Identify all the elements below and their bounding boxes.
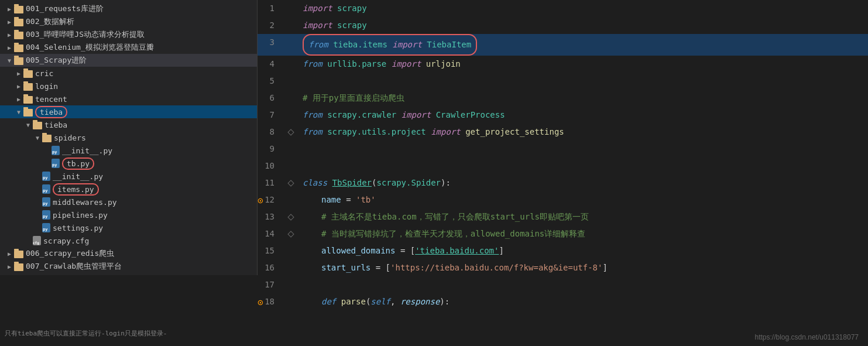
gutter-cell	[284, 56, 298, 73]
arrow-icon	[5, 32, 14, 38]
tree-item-label: cric	[35, 69, 53, 78]
code-content: def parse(self, response):	[298, 293, 868, 310]
tree-item-label: 007_Crawlab爬虫管理平台	[26, 261, 122, 272]
tree-item-scrapycfg[interactable]: scrapy.cfg	[0, 234, 257, 247]
gutter-cell	[284, 34, 298, 56]
code-editor: 1import scrapy2import scrapy3from tieba.…	[258, 0, 868, 346]
tree-item-004[interactable]: 004_Selenium_模拟浏览器登陆豆瓣	[0, 41, 257, 54]
code-content: from scrapy.utils.project import get_pro…	[298, 124, 868, 141]
sidebar-note: 只有tieba爬虫可以直接正常运行-login只是模拟登录-	[0, 327, 171, 340]
tree-item-label: __init__.py	[53, 172, 103, 181]
gutter-cell	[284, 17, 298, 34]
folder-icon	[23, 109, 33, 117]
tree-item-label: pipelines.py	[53, 211, 108, 220]
line-number: 10	[258, 157, 284, 174]
tree-item-settingspy[interactable]: settings.py	[0, 221, 257, 234]
tree-item-label: tieba	[44, 121, 67, 129]
arrow-icon	[23, 122, 33, 128]
line-number-text: 12	[265, 195, 275, 204]
line-number-text: 18	[265, 297, 275, 306]
code-line-8: 8from scrapy.utils.project import get_pr…	[258, 124, 868, 141]
tree-item-label: tieba	[35, 108, 67, 117]
tree-item-label: tencent	[35, 95, 67, 104]
tree-item-001[interactable]: 001_requests库进阶	[0, 2, 257, 15]
diamond-icon	[287, 180, 294, 186]
tree-item-005[interactable]: 005_Scrapy进阶	[0, 54, 257, 67]
code-line-11: 11class TbSpider(scrapy.Spider):	[258, 174, 868, 191]
tree-item-label: middlewares.py	[53, 198, 117, 207]
file-tree[interactable]: 001_requests库进阶002_数据解析003_哔哩哔哩JS动态请求分析提…	[0, 0, 258, 275]
gutter-cell	[284, 73, 298, 90]
tree-item-__init__py1[interactable]: __init__.py	[0, 144, 257, 157]
arrow-icon	[5, 44, 14, 51]
tree-item-tbpy[interactable]: tb.py	[0, 157, 257, 170]
tree-item-label: tb.py	[62, 159, 94, 168]
code-line-12: ⊙12name = 'tb'	[258, 191, 868, 208]
gutter-cell	[284, 124, 298, 141]
tree-item-label: login	[35, 82, 58, 91]
tree-item-middlewarespy[interactable]: middlewares.py	[0, 196, 257, 208]
tree-item-__init__py2[interactable]: __init__.py	[0, 170, 257, 183]
code-line-1: 1import scrapy	[258, 0, 868, 17]
code-content: start_urls = ['https://tieba.baidu.com/f…	[298, 259, 868, 276]
code-area: 1import scrapy2import scrapy3from tieba.…	[258, 0, 868, 346]
folder-icon	[14, 44, 23, 52]
tree-item-label: items.py	[53, 185, 99, 194]
bookmark-arrow-icon: ⊙	[258, 191, 263, 208]
code-line-6: 6 # 用于py里面直接启动爬虫	[258, 90, 868, 107]
tree-item-tencent[interactable]: tencent	[0, 93, 257, 105]
folder-icon	[14, 32, 23, 39]
tree-item-002[interactable]: 002_数据解析	[0, 15, 257, 28]
diamond-icon	[287, 214, 294, 220]
line-number: 13	[258, 208, 284, 225]
code-line-2: 2import scrapy	[258, 17, 868, 34]
tree-item-label: 001_requests库进阶	[26, 4, 104, 14]
line-number-text: 2	[270, 20, 275, 30]
gutter-cell	[284, 157, 298, 174]
gutter-cell	[284, 191, 298, 208]
tree-item-pipelinespy[interactable]: pipelines.py	[0, 208, 257, 221]
tree-item-label: 006_scrapy_redis爬虫	[26, 248, 114, 259]
line-number-text: 16	[265, 263, 275, 272]
code-content: allowed_domains = ['tieba.baidu.com']	[298, 242, 868, 259]
line-number-text: 9	[270, 144, 275, 153]
line-number: ⊙18	[258, 293, 284, 310]
line-number-text: 1	[270, 4, 275, 13]
line-number-text: 10	[265, 161, 275, 170]
tree-item-label: 005_Scrapy进阶	[26, 55, 87, 66]
code-content: # 主域名不是tieba.com，写错了，只会爬取start_urls即贴吧第一…	[298, 208, 868, 225]
line-number-text: 15	[265, 246, 275, 255]
tree-item-tieba[interactable]: tieba	[0, 105, 257, 118]
code-content: from urllib.parse import urljoin	[298, 56, 868, 73]
code-content	[298, 141, 868, 157]
folder-icon	[23, 96, 33, 104]
gutter-cell	[284, 90, 298, 107]
tree-item-006[interactable]: 006_scrapy_redis爬虫	[0, 247, 257, 260]
code-line-14: 14# 当时就写错掉坑了，检查半天才发现，allowed_domains详细解释…	[258, 225, 868, 242]
tree-item-tieba2[interactable]: tieba	[0, 118, 257, 131]
code-line-10: 10	[258, 157, 868, 174]
line-number: 5	[258, 73, 284, 90]
line-number: 11	[258, 174, 284, 191]
gutter-cell	[284, 0, 298, 17]
line-number: 14	[258, 225, 284, 242]
line-number-text: 17	[265, 280, 275, 289]
python-file-icon	[42, 223, 50, 232]
python-file-icon	[42, 172, 50, 181]
tree-item-007[interactable]: 007_Crawlab爬虫管理平台	[0, 260, 257, 273]
tree-item-label: spiders	[54, 133, 86, 142]
tree-item-cric[interactable]: cric	[0, 67, 257, 80]
code-line-7: 7from scrapy.crawler import CrawlerProce…	[258, 107, 868, 124]
tree-item-spiders[interactable]: spiders	[0, 131, 257, 144]
code-content: # 当时就写错掉坑了，检查半天才发现，allowed_domains详细解释查	[298, 225, 868, 242]
line-number: 6	[258, 90, 284, 107]
line-number-text: 7	[270, 110, 275, 119]
folder-icon	[14, 263, 23, 271]
tree-item-login[interactable]: login	[0, 80, 257, 93]
python-file-icon	[42, 210, 50, 220]
diamond-icon	[287, 129, 294, 135]
tree-item-itemspy[interactable]: items.py	[0, 183, 257, 196]
line-number: ⊙12	[258, 191, 284, 208]
tree-item-003[interactable]: 003_哔哩哔哩JS动态请求分析提取	[0, 28, 257, 41]
python-file-icon	[52, 146, 60, 155]
